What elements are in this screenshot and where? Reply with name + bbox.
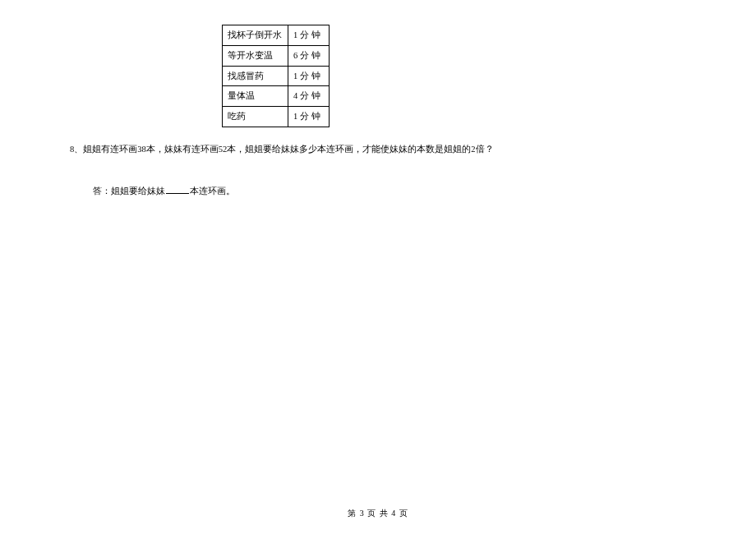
- task-cell: 吃药: [223, 107, 288, 127]
- answer-prefix: 答：姐姐要给妹妹: [93, 186, 165, 196]
- task-cell: 找杯子倒开水: [223, 25, 288, 46]
- question-number: 8、: [70, 145, 83, 154]
- answer-suffix: 本连环画。: [190, 186, 235, 196]
- question-8: 8、姐姐有连环画38本，妹妹有连环画52本，姐姐要给妹妹多少本连环画，才能使妹妹…: [70, 142, 686, 158]
- task-time-table: 找杯子倒开水 1 分 钟 等开水变温 6 分 钟 找感冒药 1 分 钟 量体温 …: [222, 25, 330, 127]
- table-row: 找感冒药 1 分 钟: [223, 66, 330, 86]
- answer-blank: [166, 184, 189, 194]
- answer-line: 答：姐姐要给妹妹本连环画。: [93, 184, 686, 197]
- time-cell: 1 分 钟: [288, 25, 330, 46]
- task-cell: 量体温: [223, 86, 288, 107]
- time-cell: 6 分 钟: [288, 45, 330, 66]
- question-text: 姐姐有连环画38本，妹妹有连环画52本，姐姐要给妹妹多少本连环画，才能使妹妹的本…: [83, 145, 493, 154]
- task-cell: 找感冒药: [223, 66, 288, 86]
- page-content: 找杯子倒开水 1 分 钟 等开水变温 6 分 钟 找感冒药 1 分 钟 量体温 …: [0, 0, 756, 197]
- page-footer: 第 3 页 共 4 页: [0, 508, 756, 519]
- time-cell: 1 分 钟: [288, 107, 330, 127]
- table-row: 量体温 4 分 钟: [223, 86, 330, 107]
- table-row: 吃药 1 分 钟: [223, 107, 330, 127]
- time-cell: 1 分 钟: [288, 66, 330, 86]
- page-number: 第 3 页 共 4 页: [348, 509, 408, 518]
- table-row: 找杯子倒开水 1 分 钟: [223, 25, 330, 46]
- table-row: 等开水变温 6 分 钟: [223, 45, 330, 66]
- task-cell: 等开水变温: [223, 45, 288, 66]
- time-cell: 4 分 钟: [288, 86, 330, 107]
